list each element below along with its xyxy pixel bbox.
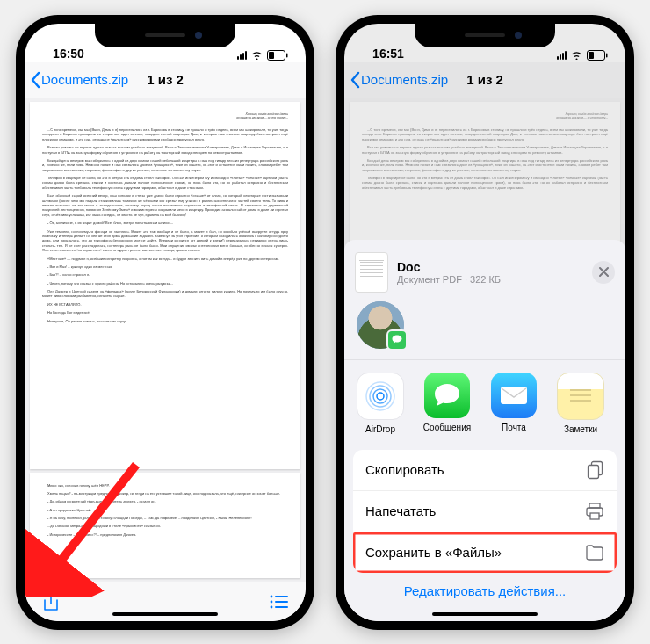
document-page-1: Хорошо, когда входная дверь оснащена гла… [30,102,300,469]
save-to-files-action[interactable]: Сохранить в «Файлы» [353,532,617,573]
airdrop-app[interactable]: AirDrop [355,373,406,434]
action-label: Напечатать [365,503,436,518]
svg-rect-1 [269,52,274,59]
svg-rect-4 [275,596,288,597]
mail-icon [491,373,537,418]
battery-icon [267,50,288,61]
svg-rect-16 [501,387,527,404]
status-indicators [227,50,288,61]
svg-rect-24 [590,513,599,519]
document-title: Doc [397,260,583,274]
airdrop-icon [357,373,404,420]
home-indicator[interactable] [432,612,538,616]
notes-app[interactable]: Заметки [555,373,606,434]
messages-app[interactable]: Сообщения [422,373,473,434]
app-label: Заметки [564,424,597,434]
action-label: Скопировать [365,462,444,477]
print-action[interactable]: Напечатать [353,491,617,532]
suggested-contact[interactable] [355,301,406,349]
wifi-icon [250,50,264,60]
svg-point-12 [377,393,384,400]
printer-icon [585,503,604,520]
svg-rect-6 [275,601,288,603]
screen-right: 16:51 Documents.zip 1 [344,24,625,621]
app-icon-partial [625,373,625,418]
list-toggle-button[interactable] [269,591,290,612]
notch [95,23,235,47]
signal-icon [237,51,247,60]
copy-action[interactable]: Скопировать [353,450,617,491]
nav-bar: Documents.zip 1 из 2 [25,62,306,98]
app-label: AirDrop [365,424,395,434]
close-button[interactable] [592,261,615,284]
document-viewer[interactable]: Хорошо, когда входная дверь оснащена гла… [25,98,306,582]
document-page-2: Мимо них, склонив голову, шёл НЕРР. Хмел… [30,473,300,578]
svg-point-15 [366,382,394,410]
document-info: Doc Документ PDF · 322 КБ [397,260,583,285]
document-thumbnail-icon [355,252,388,293]
actions-group: Скопировать Напечатать Сохранить в «Файл… [353,450,617,573]
app-partial[interactable] [622,373,625,434]
svg-rect-21 [589,465,599,478]
nav-title: 1 из 2 [147,72,184,87]
mail-app[interactable]: Почта [488,373,539,434]
chevron-left-icon [30,71,40,89]
svg-point-7 [271,605,273,608]
notes-icon [557,373,604,420]
back-button[interactable]: Documents.zip [30,71,128,89]
svg-point-3 [271,595,273,597]
action-label: Сохранить в «Файлы» [365,545,502,560]
copy-icon [587,460,604,480]
phone-right: 16:51 Documents.zip 1 [336,15,634,630]
apps-row: AirDrop Сообщения Почта [344,360,625,446]
app-label: Почта [502,423,526,432]
status-time: 16:50 [42,47,95,61]
phone-left: 16:50 Documents.zip 1 [16,15,314,630]
svg-point-13 [373,389,387,403]
document-subtitle: Документ PDF · 322 КБ [397,274,583,285]
svg-rect-2 [286,53,288,57]
app-label: Сообщения [423,423,471,432]
home-indicator[interactable] [112,612,218,616]
share-sheet-header: Doc Документ PDF · 322 КБ [344,249,625,301]
svg-rect-8 [275,606,288,608]
messages-badge-icon [386,329,408,351]
svg-rect-22 [589,503,600,508]
screen-left: 16:50 Documents.zip 1 [25,24,306,621]
messages-icon [424,373,470,418]
people-row [344,301,625,360]
svg-point-5 [271,600,273,603]
folder-icon [585,545,604,561]
back-label: Documents.zip [41,72,128,87]
share-button[interactable] [40,591,61,612]
edit-actions-button[interactable]: Редактировать действия... [344,573,625,598]
share-sheet: Doc Документ PDF · 322 КБ [344,240,625,621]
